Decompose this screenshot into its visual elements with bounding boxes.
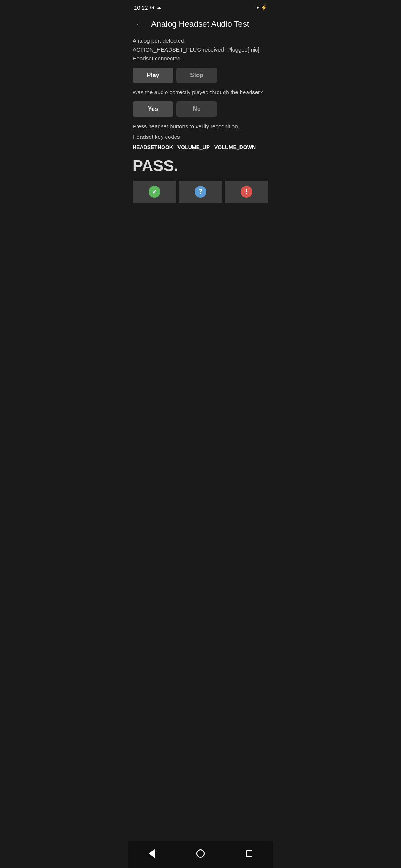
google-icon: G <box>150 4 154 10</box>
status-messages: Analog port detected. ACTION_HEADSET_PLU… <box>133 36 268 63</box>
back-button[interactable]: ← <box>134 18 145 30</box>
status-bar-right: ▾ ⚡ <box>257 4 267 10</box>
audio-question: Was the audio correctly played through t… <box>133 88 268 97</box>
status-bar: 10:22 G ☁ ▾ ⚡ <box>128 0 273 13</box>
content-area: Analog port detected. ACTION_HEADSET_PLU… <box>128 36 273 203</box>
wifi-icon: ▾ <box>257 4 259 10</box>
key-codes-row: HEADSETHOOK VOLUME_UP VOLUME_DOWN <box>133 143 268 152</box>
yes-no-row: Yes No <box>133 101 268 117</box>
app-bar: ← Analog Headset Audio Test <box>128 13 273 36</box>
no-button[interactable]: No <box>176 101 217 117</box>
status-bar-left: 10:22 G ☁ <box>134 4 162 11</box>
battery-icon: ⚡ <box>261 4 267 10</box>
key-code-volume-up: VOLUME_UP <box>177 144 210 150</box>
key-codes-label: Headset key codes <box>133 132 268 141</box>
fail-icon: ! <box>241 186 252 198</box>
yes-button[interactable]: Yes <box>133 101 173 117</box>
status-line-1: Analog port detected. <box>133 36 268 45</box>
play-button[interactable]: Play <box>133 68 173 83</box>
key-code-volume-down: VOLUME_DOWN <box>214 144 256 150</box>
fail-result-button[interactable]: ! <box>225 181 268 203</box>
pass-icon: ✓ <box>149 186 160 198</box>
status-line-3: Headset connected. <box>133 54 268 63</box>
status-line-2: ACTION_HEADSET_PLUG received -Plugged[mi… <box>133 45 268 54</box>
page-title: Analog Headset Audio Test <box>151 19 249 29</box>
result-buttons-row: ✓ ? ! <box>133 181 268 203</box>
question-icon: ? <box>195 186 206 198</box>
status-time: 10:22 <box>134 4 148 11</box>
key-code-headsethook: HEADSETHOOK <box>133 144 173 150</box>
press-headset-info: Press headset buttons to verify recognit… <box>133 122 268 131</box>
cloud-icon: ☁ <box>156 4 162 10</box>
stop-button[interactable]: Stop <box>176 68 217 83</box>
question-result-button[interactable]: ? <box>179 181 222 203</box>
play-stop-row: Play Stop <box>133 68 268 83</box>
pass-result: PASS. <box>133 157 268 175</box>
pass-result-button[interactable]: ✓ <box>133 181 176 203</box>
